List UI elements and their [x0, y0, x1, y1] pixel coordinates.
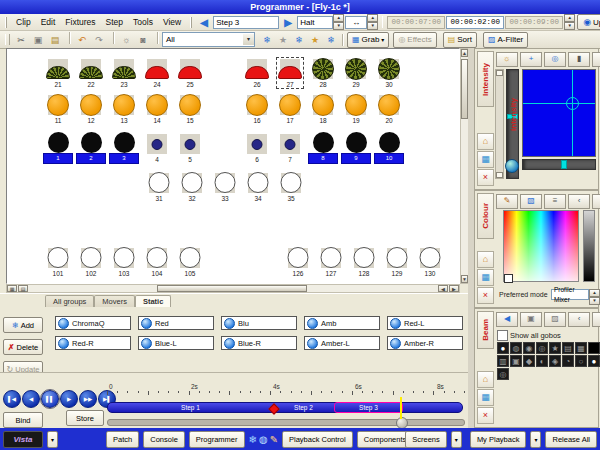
- grid-icon[interactable]: ▤: [18, 285, 28, 292]
- loop-mode-spinner[interactable]: ▲▼: [367, 14, 378, 30]
- fixture-11[interactable]: 11: [45, 94, 71, 124]
- fixture-12[interactable]: 12: [78, 94, 104, 124]
- step-mode-select[interactable]: Halt ▲▼: [297, 14, 344, 30]
- target-icon[interactable]: ◎: [544, 52, 566, 67]
- globe2-icon[interactable]: ◍: [259, 434, 268, 445]
- gobo-cell[interactable]: ◆: [523, 355, 535, 367]
- fixture2-icon[interactable]: ◙: [135, 32, 151, 47]
- gobo-cell[interactable]: [588, 342, 600, 354]
- snow3-icon[interactable]: ❄: [323, 32, 339, 47]
- time-duration-field[interactable]: [446, 16, 504, 29]
- grab-button[interactable]: ▦ Grab: [347, 32, 389, 48]
- fixture-6[interactable]: 6: [244, 133, 270, 163]
- pan-tilt-target[interactable]: [566, 97, 579, 110]
- menu-fixtures[interactable]: Fixtures: [60, 16, 100, 28]
- fixture-34[interactable]: 34: [245, 172, 271, 202]
- fixture-126[interactable]: 126: [285, 247, 311, 277]
- programmer-button[interactable]: Programmer: [189, 431, 245, 448]
- fixture-33[interactable]: 33: [212, 172, 238, 202]
- skip-start-button[interactable]: ▌◀: [3, 390, 21, 408]
- timeline-scrollbar[interactable]: [107, 419, 465, 426]
- vista-dropdown-icon[interactable]: ▾: [47, 431, 58, 448]
- panel-scroll-left-icon[interactable]: ‹: [568, 312, 590, 327]
- fast-forward-button[interactable]: ▶▶: [79, 390, 97, 408]
- copy-icon[interactable]: ▣: [30, 32, 46, 47]
- fixture-128[interactable]: 128: [351, 247, 377, 277]
- gobo-cell[interactable]: ●: [588, 355, 600, 367]
- fixture-18[interactable]: 18: [310, 94, 336, 124]
- fixture-4[interactable]: 4: [144, 133, 170, 163]
- fixture-9[interactable]: 9: [341, 131, 371, 164]
- pause-button[interactable]: ▌▌: [41, 390, 59, 408]
- group-blu[interactable]: Blu: [221, 316, 297, 330]
- gobo-cell[interactable]: ▤: [562, 342, 574, 354]
- fixture-130[interactable]: 130: [417, 247, 443, 277]
- effects-button[interactable]: ◎ Effects: [393, 32, 436, 48]
- picture-icon[interactable]: ▦: [477, 389, 494, 406]
- canvas-hscrollbar[interactable]: ▦ ▤ ◀ ▶: [6, 284, 460, 293]
- step-mode-spinner[interactable]: ▲▼: [333, 14, 344, 30]
- group-red-l[interactable]: Red-L: [387, 316, 463, 330]
- fixture-15[interactable]: 15: [177, 94, 203, 124]
- filter-combo[interactable]: All: [162, 32, 255, 47]
- snow1-icon[interactable]: ❄: [259, 32, 275, 47]
- globe-icon[interactable]: [505, 159, 519, 173]
- menu-view[interactable]: View: [158, 16, 186, 28]
- star1-icon[interactable]: ★: [275, 32, 291, 47]
- gobo-cell[interactable]: ▣: [510, 355, 522, 367]
- playback-control-button[interactable]: Playback Control: [282, 431, 353, 448]
- beam-tab[interactable]: Beam: [477, 311, 494, 349]
- menu-clip[interactable]: Clip: [11, 16, 36, 28]
- clear-icon[interactable]: ×: [477, 407, 494, 424]
- paste-icon[interactable]: ▤: [47, 32, 63, 47]
- toolbar-grip[interactable]: [5, 34, 10, 45]
- fixture-102[interactable]: 102: [78, 247, 104, 277]
- gobo-cell[interactable]: ◈: [549, 355, 561, 367]
- gobo-cell[interactable]: ◎: [536, 342, 548, 354]
- scroll-up-icon[interactable]: ▲: [461, 49, 468, 57]
- hscroll-thumb[interactable]: [157, 285, 307, 292]
- fixture-canvas[interactable]: 2122232425262728293011121314151617181920…: [6, 48, 460, 284]
- fixture-30[interactable]: 30: [376, 58, 402, 88]
- fixture-24[interactable]: 24: [144, 58, 170, 88]
- fixture-5[interactable]: 5: [177, 133, 203, 163]
- fixture-22[interactable]: 22: [78, 58, 104, 88]
- redo-icon[interactable]: ↷: [91, 32, 107, 47]
- timeline-step-2[interactable]: Step 2: [273, 403, 334, 412]
- clear-icon[interactable]: ×: [477, 287, 494, 304]
- fixture-10[interactable]: 10: [374, 131, 404, 164]
- gobo-cell[interactable]: ★: [549, 342, 561, 354]
- screens-dropdown-icon[interactable]: ▾: [451, 431, 462, 448]
- fixture-14[interactable]: 14: [144, 94, 170, 124]
- fixture-8[interactable]: 8: [308, 131, 338, 164]
- fixture-2[interactable]: 2: [76, 131, 106, 164]
- fixture-29[interactable]: 29: [343, 58, 369, 88]
- picture-icon[interactable]: ▦: [477, 269, 494, 286]
- gobo-cell[interactable]: ▦: [575, 342, 587, 354]
- group-amb[interactable]: Amb: [304, 316, 380, 330]
- time-in-field[interactable]: [387, 16, 445, 29]
- gobo-cell[interactable]: ◍: [510, 342, 522, 354]
- console-button[interactable]: Console: [143, 431, 185, 448]
- fixture-1[interactable]: 1: [43, 131, 73, 164]
- panel-scroll-right-icon[interactable]: ›: [592, 194, 600, 209]
- show-gobos-checkbox[interactable]: [497, 330, 508, 341]
- my-playback-button[interactable]: My Playback: [470, 431, 527, 448]
- colour-tab[interactable]: Colour: [477, 193, 494, 239]
- snow2-icon[interactable]: ❄: [291, 32, 307, 47]
- scroll-down-icon[interactable]: ▼: [461, 275, 468, 283]
- mixer-mode-select[interactable]: Profiler Mixer: [551, 289, 589, 300]
- pen-icon[interactable]: ✎: [496, 194, 518, 209]
- fixture-23[interactable]: 23: [111, 58, 137, 88]
- release-all-button[interactable]: Release All: [545, 431, 597, 448]
- gobo-cell[interactable]: ◔: [562, 355, 574, 367]
- fixture-35[interactable]: 35: [278, 172, 304, 202]
- colour-picker-marker[interactable]: [504, 274, 513, 283]
- group-amber-l[interactable]: Amber-L: [304, 336, 380, 350]
- fixture-129[interactable]: 129: [384, 247, 410, 277]
- panel-scroll-right-icon[interactable]: ›: [592, 312, 600, 327]
- sort-button[interactable]: ▤ Sort: [443, 32, 477, 48]
- next-step-icon[interactable]: ▶: [280, 15, 296, 30]
- shade-icon[interactable]: ▨: [544, 312, 566, 327]
- patch-button[interactable]: Patch: [106, 431, 139, 448]
